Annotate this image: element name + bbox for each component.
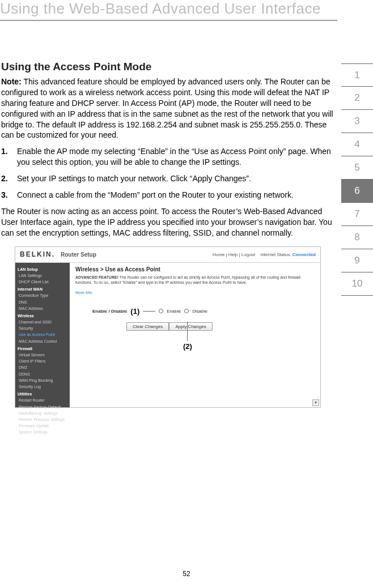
scroll-down-icon: ▾: [312, 399, 319, 406]
callout-line: [143, 311, 155, 312]
callout-2-line: [187, 322, 188, 341]
breadcrumb: Wireless > Use as Access Point: [75, 266, 315, 272]
brand-subtitle: Router Setup: [61, 252, 96, 258]
brand-logo: BELKIN.: [20, 250, 55, 258]
section-tabs: 1 2 3 4 5 6 7 8 9 10: [341, 63, 373, 296]
nav-item: DHCP Client List: [18, 279, 67, 285]
nav-item: Save/Backup Settings: [18, 410, 67, 416]
option-enable: Enable: [167, 309, 181, 314]
shot-main: Wireless > Use as Access Point ADVANCED …: [70, 263, 320, 407]
callout-1: (1): [130, 307, 139, 316]
header-links: Home | Help | Logout: [213, 252, 255, 257]
tab-2[interactable]: 2: [341, 87, 373, 110]
tab-3[interactable]: 3: [341, 110, 373, 133]
nav-item: System Settings: [18, 429, 67, 435]
nav-group-wan: Internet WAN: [18, 286, 67, 292]
status-label: Internet Status:: [260, 252, 291, 257]
nav-item: MAC Address Control: [18, 338, 67, 344]
note-text: This advanced feature should be employed…: [1, 77, 333, 139]
advanced-feature-text: ADVANCED FEATURE! The Router can be conf…: [75, 275, 315, 285]
tab-7[interactable]: 7: [341, 203, 373, 226]
more-info-link: More Info: [75, 291, 92, 295]
step-3: 3.Connect a cable from the “Modem” port …: [1, 190, 334, 201]
nav-item: Channel and SSID: [18, 319, 67, 325]
nav-item: DMZ: [18, 364, 67, 370]
note-label: Note:: [1, 77, 22, 86]
step-3-text: Connect a cable from the “Modem” port on…: [17, 190, 294, 199]
chapter-title: Using the Web-Based Advanced User Interf…: [0, 0, 337, 21]
advanced-label: ADVANCED FEATURE!: [75, 275, 118, 279]
tab-10[interactable]: 10: [341, 272, 373, 296]
tab-6[interactable]: 6: [341, 180, 373, 203]
nav-item: DNS: [18, 299, 67, 305]
option-disable: Disable: [192, 309, 207, 314]
nav-item: Restart Router: [18, 397, 67, 403]
nav-item: Firmware Update: [18, 423, 67, 429]
step-1: 1.Enable the AP mode my selecting “Enabl…: [1, 146, 334, 168]
apply-changes-button: Apply Changes: [169, 322, 212, 331]
shot-sidebar: LAN Setup LAN Settings DHCP Client List …: [15, 263, 70, 407]
step-2: 2.Set your IP settings to match your net…: [1, 173, 334, 184]
page-number: 52: [0, 570, 373, 578]
radio-disable: [184, 309, 189, 313]
note-paragraph: Note: This advanced feature should be em…: [1, 76, 334, 140]
nav-item: Virtual Servers: [18, 352, 67, 358]
nav-item: Security: [18, 325, 67, 331]
tab-4[interactable]: 4: [341, 133, 373, 156]
tab-9[interactable]: 9: [341, 249, 373, 272]
nav-group-lan: LAN Setup: [18, 266, 67, 272]
status-value: Connected: [293, 252, 316, 257]
nav-item: Security Log: [18, 384, 67, 390]
nav-item: Client IP Filters: [18, 358, 67, 364]
nav-item: Connection Type: [18, 292, 67, 299]
enable-disable-row: Enable / Disable (1) Enable Disable: [92, 307, 315, 316]
clear-changes-button: Clear Changes: [126, 322, 169, 331]
radio-enable: [159, 309, 163, 313]
nav-item: MAC Address: [18, 305, 67, 312]
button-row: Clear Changes Apply Changes: [126, 322, 315, 331]
section-heading: Using the Access Point Mode: [1, 61, 334, 73]
nav-item: DDNS: [18, 371, 67, 377]
steps-list: 1.Enable the AP mode my selecting “Enabl…: [1, 146, 334, 201]
callout-2: (2): [183, 342, 192, 351]
followup-paragraph: The Router is now acting as an access po…: [1, 206, 334, 238]
nav-group-utilities: Utilities: [18, 391, 67, 397]
tab-1[interactable]: 1: [341, 63, 373, 87]
header-status: Home | Help | Logout Internet Status: Co…: [213, 252, 316, 257]
step-2-text: Set your IP settings to match your netwo…: [17, 174, 251, 183]
nav-item: Restore Previous Settings: [18, 416, 67, 423]
enable-disable-label: Enable / Disable: [92, 309, 127, 314]
step-1-text: Enable the AP mode my selecting “Enable”…: [17, 147, 331, 167]
tab-5[interactable]: 5: [341, 156, 373, 180]
router-ui-screenshot: BELKIN. Router Setup Home | Help | Logou…: [15, 246, 321, 408]
tab-8[interactable]: 8: [341, 226, 373, 249]
nav-item: LAN Settings: [18, 272, 67, 279]
nav-item: Restore Factory Default: [18, 404, 67, 410]
nav-group-wireless: Wireless: [18, 313, 67, 319]
nav-item-selected: Use as Access Point: [18, 331, 67, 338]
nav-item: WAN Ping Blocking: [18, 377, 67, 384]
shot-header: BELKIN. Router Setup Home | Help | Logou…: [15, 247, 320, 263]
nav-group-firewall: Firewall: [18, 346, 67, 352]
